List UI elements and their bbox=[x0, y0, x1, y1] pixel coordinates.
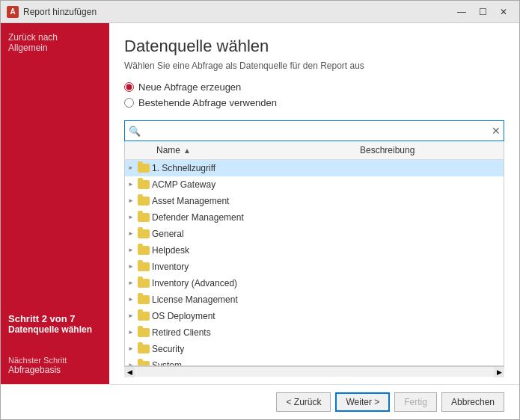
tree-row-expander[interactable]: ► bbox=[125, 164, 137, 171]
content-area: Datenquelle wählen Wählen Sie eine Abfra… bbox=[109, 23, 519, 384]
sidebar: Zurück nach Allgemein Schritt 2 von 7 Da… bbox=[1, 23, 109, 384]
tree-container[interactable]: Name ▲ Beschreibung ►1. Schnellzugriff►A… bbox=[124, 141, 504, 366]
tree-header: Name ▲ Beschreibung bbox=[125, 141, 504, 160]
tree-row-label: OS Deployment bbox=[150, 311, 354, 321]
folder-icon bbox=[137, 229, 150, 238]
radio-existing-query[interactable]: Bestehende Abfrage verwenden bbox=[124, 97, 504, 108]
search-input[interactable] bbox=[125, 121, 504, 140]
radio-new-query-input[interactable] bbox=[124, 82, 134, 92]
horizontal-scrollbar[interactable]: ◀ ▶ bbox=[124, 366, 504, 377]
page-title: Datenquelle wählen bbox=[124, 37, 504, 56]
folder-icon bbox=[137, 279, 150, 288]
tree-row-expander[interactable]: ► bbox=[125, 263, 137, 270]
main-window: A Report hinzufügen — ☐ ✕ Zurück nach Al… bbox=[0, 0, 520, 420]
radio-existing-query-input[interactable] bbox=[124, 98, 134, 108]
tree-row-label: Defender Management bbox=[150, 212, 354, 223]
sidebar-next-step-label: Nächster Schritt bbox=[8, 356, 102, 365]
tree-row[interactable]: ►1. Schnellzugriff bbox=[125, 160, 504, 176]
tree-row[interactable]: ►General bbox=[125, 226, 504, 242]
tree-row-label: Inventory (Advanced) bbox=[150, 278, 354, 288]
folder-icon bbox=[137, 164, 150, 173]
tree-row[interactable]: ►Helpdesk bbox=[125, 242, 504, 259]
sidebar-next-step-value: Abfragebasis bbox=[8, 365, 102, 375]
folder-icon bbox=[137, 328, 150, 337]
folder-icon bbox=[137, 180, 150, 189]
tree-row[interactable]: ►ACMP Gateway bbox=[125, 176, 504, 193]
tree-row-expander[interactable]: ► bbox=[125, 345, 137, 352]
tree-row-label: Retired Clients bbox=[150, 327, 354, 338]
tree-row[interactable]: ►Security bbox=[125, 341, 504, 357]
tree-rows: ►1. Schnellzugriff►ACMP Gateway►Asset Ma… bbox=[125, 160, 504, 366]
sidebar-step-label: Datenquelle wählen bbox=[8, 324, 102, 335]
tree-row[interactable]: ►Defender Management bbox=[125, 209, 504, 226]
search-box-container: 🔍 ✕ bbox=[124, 120, 504, 141]
tree-row-expander[interactable]: ► bbox=[125, 280, 137, 286]
tree-row-expander[interactable]: ► bbox=[125, 197, 137, 204]
tree-row-label: Helpdesk bbox=[150, 245, 354, 256]
title-bar-buttons: — ☐ ✕ bbox=[452, 4, 513, 19]
tree-row-label: 1. Schnellzugriff bbox=[150, 163, 354, 173]
tree-row-label: Security bbox=[150, 344, 354, 354]
sidebar-next-block: Nächster Schritt Abfragebasis bbox=[8, 356, 102, 375]
tree-row-label: ACMP Gateway bbox=[150, 179, 354, 190]
page-subtitle: Wählen Sie eine Abfrage als Datenquelle … bbox=[124, 61, 504, 71]
tree-row[interactable]: ►OS Deployment bbox=[125, 308, 504, 324]
cancel-button[interactable]: Abbrechen bbox=[441, 392, 504, 412]
tree-row-expander[interactable]: ► bbox=[125, 329, 137, 336]
minimize-button[interactable]: — bbox=[452, 4, 471, 19]
tree-row[interactable]: ►License Management bbox=[125, 291, 504, 308]
folder-icon bbox=[137, 312, 150, 321]
next-button[interactable]: Weiter > bbox=[335, 392, 390, 412]
app-icon: A bbox=[7, 6, 19, 18]
folder-icon bbox=[137, 262, 150, 271]
main-content: Zurück nach Allgemein Schritt 2 von 7 Da… bbox=[1, 23, 519, 384]
radio-new-query-label: Neue Abfrage erzeugen bbox=[138, 81, 241, 93]
tree-row-label: Inventory bbox=[150, 262, 354, 272]
folder-icon bbox=[137, 213, 150, 222]
search-clear-icon[interactable]: ✕ bbox=[492, 126, 501, 136]
window-title: Report hinzufügen bbox=[23, 7, 452, 17]
tree-row-expander[interactable]: ► bbox=[125, 247, 137, 253]
radio-group: Neue Abfrage erzeugen Bestehende Abfrage… bbox=[124, 81, 504, 113]
folder-icon bbox=[137, 246, 150, 255]
tree-row-label: General bbox=[150, 229, 354, 239]
tree-row-label: Asset Management bbox=[150, 196, 354, 206]
tree-row[interactable]: ►System bbox=[125, 357, 504, 366]
folder-icon bbox=[137, 295, 150, 304]
tree-row-expander[interactable]: ► bbox=[125, 214, 137, 220]
finish-button[interactable]: Fertig bbox=[394, 392, 437, 412]
scroll-left-button[interactable]: ◀ bbox=[124, 367, 135, 377]
scroll-right-button[interactable]: ▶ bbox=[494, 367, 504, 377]
tree-row-expander[interactable]: ► bbox=[125, 181, 137, 188]
tree-header-desc: Beschreibung bbox=[354, 143, 504, 157]
tree-row[interactable]: ►Asset Management bbox=[125, 193, 504, 209]
footer: < Zurück Weiter > Fertig Abbrechen bbox=[1, 384, 519, 419]
tree-row[interactable]: ►Inventory bbox=[125, 259, 504, 275]
tree-row[interactable]: ►Retired Clients bbox=[125, 324, 504, 341]
title-bar: A Report hinzufügen — ☐ ✕ bbox=[1, 1, 519, 23]
folder-icon bbox=[137, 345, 150, 353]
tree-row-label: License Management bbox=[150, 294, 354, 305]
back-button[interactable]: < Zurück bbox=[276, 392, 331, 412]
tree-header-name: Name ▲ bbox=[150, 143, 354, 157]
folder-icon bbox=[137, 197, 150, 206]
radio-new-query[interactable]: Neue Abfrage erzeugen bbox=[124, 81, 504, 93]
sidebar-back-link[interactable]: Zurück nach Allgemein bbox=[8, 32, 102, 53]
scroll-track[interactable] bbox=[135, 367, 494, 377]
folder-icon bbox=[137, 361, 150, 367]
tree-row-expander[interactable]: ► bbox=[125, 296, 137, 303]
sort-arrow: ▲ bbox=[183, 146, 191, 155]
close-button[interactable]: ✕ bbox=[494, 4, 513, 19]
tree-row-label: System bbox=[150, 360, 354, 367]
sidebar-step-number: Schritt 2 von 7 bbox=[8, 313, 102, 324]
tree-row-expander[interactable]: ► bbox=[125, 230, 137, 237]
tree-row[interactable]: ►Inventory (Advanced) bbox=[125, 275, 504, 291]
tree-row-expander[interactable]: ► bbox=[125, 312, 137, 319]
radio-existing-query-label: Bestehende Abfrage verwenden bbox=[138, 97, 277, 108]
sidebar-current-step-block: Schritt 2 von 7 Datenquelle wählen bbox=[8, 313, 102, 335]
maximize-button[interactable]: ☐ bbox=[473, 4, 492, 19]
